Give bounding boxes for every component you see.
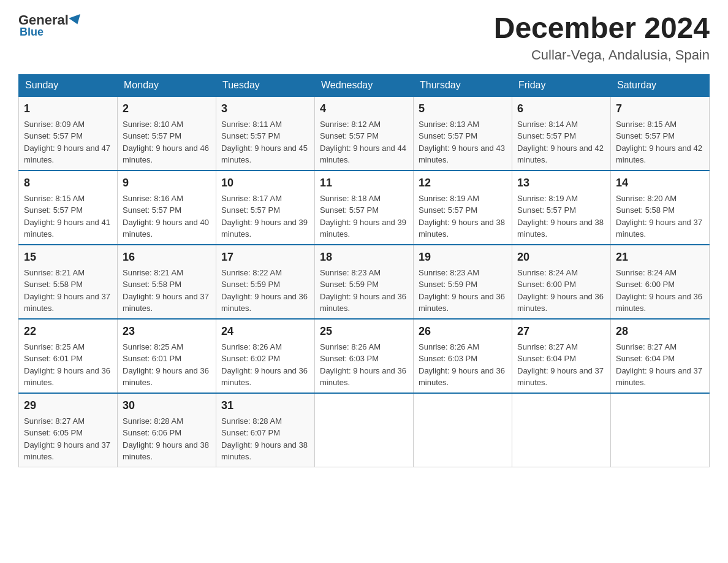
week-row-3: 15 Sunrise: 8:21 AMSunset: 5:58 PMDaylig…	[19, 245, 710, 319]
day-number: 1	[24, 101, 112, 117]
calendar-cell: 12 Sunrise: 8:19 AMSunset: 5:57 PMDaylig…	[414, 170, 512, 245]
day-info: Sunrise: 8:27 AMSunset: 6:04 PMDaylight:…	[517, 342, 604, 388]
week-row-5: 29 Sunrise: 8:27 AMSunset: 6:05 PMDaylig…	[19, 393, 710, 467]
day-number: 5	[419, 101, 507, 117]
calendar-cell: 22 Sunrise: 8:25 AMSunset: 6:01 PMDaylig…	[19, 319, 118, 393]
day-number: 26	[419, 323, 507, 340]
day-number: 8	[24, 175, 112, 191]
day-number: 21	[616, 249, 704, 266]
day-number: 6	[517, 101, 605, 117]
day-info: Sunrise: 8:23 AMSunset: 5:59 PMDaylight:…	[419, 268, 505, 313]
day-info: Sunrise: 8:09 AMSunset: 5:57 PMDaylight:…	[24, 120, 110, 165]
day-info: Sunrise: 8:28 AMSunset: 6:06 PMDaylight:…	[123, 416, 209, 462]
month-title: December 2024	[494, 12, 710, 45]
calendar-cell: 7 Sunrise: 8:15 AMSunset: 5:57 PMDayligh…	[611, 96, 710, 170]
calendar-cell: 24 Sunrise: 8:26 AMSunset: 6:02 PMDaylig…	[216, 319, 315, 393]
day-number: 2	[123, 101, 211, 117]
location-title: Cullar-Vega, Andalusia, Spain	[494, 47, 710, 63]
logo-triangle-icon	[69, 14, 83, 26]
day-info: Sunrise: 8:19 AMSunset: 5:57 PMDaylight:…	[419, 194, 505, 239]
day-number: 27	[517, 323, 605, 340]
day-info: Sunrise: 8:21 AMSunset: 5:58 PMDaylight:…	[24, 268, 110, 313]
col-friday: Friday	[512, 74, 611, 96]
calendar-cell	[414, 393, 512, 467]
logo: General Blue	[18, 12, 82, 39]
calendar-cell: 1 Sunrise: 8:09 AMSunset: 5:57 PMDayligh…	[19, 96, 118, 170]
calendar-cell	[315, 393, 414, 467]
calendar-cell: 6 Sunrise: 8:14 AMSunset: 5:57 PMDayligh…	[512, 96, 611, 170]
day-info: Sunrise: 8:24 AMSunset: 6:00 PMDaylight:…	[517, 268, 604, 313]
calendar-cell: 13 Sunrise: 8:19 AMSunset: 5:57 PMDaylig…	[512, 170, 611, 245]
calendar-cell: 2 Sunrise: 8:10 AMSunset: 5:57 PMDayligh…	[118, 96, 216, 170]
title-block: December 2024 Cullar-Vega, Andalusia, Sp…	[494, 12, 710, 63]
day-info: Sunrise: 8:25 AMSunset: 6:01 PMDaylight:…	[24, 342, 110, 388]
calendar-cell: 8 Sunrise: 8:15 AMSunset: 5:57 PMDayligh…	[19, 170, 118, 245]
day-number: 16	[123, 249, 211, 266]
day-number: 14	[616, 175, 704, 191]
day-number: 4	[320, 101, 408, 117]
day-info: Sunrise: 8:14 AMSunset: 5:57 PMDaylight:…	[517, 120, 604, 165]
day-number: 23	[123, 323, 211, 340]
calendar-cell: 5 Sunrise: 8:13 AMSunset: 5:57 PMDayligh…	[414, 96, 512, 170]
day-number: 20	[517, 249, 605, 266]
day-info: Sunrise: 8:26 AMSunset: 6:02 PMDaylight:…	[221, 342, 308, 388]
day-number: 12	[419, 175, 507, 191]
day-info: Sunrise: 8:13 AMSunset: 5:57 PMDaylight:…	[419, 120, 505, 165]
calendar-cell: 11 Sunrise: 8:18 AMSunset: 5:57 PMDaylig…	[315, 170, 414, 245]
calendar-cell: 25 Sunrise: 8:26 AMSunset: 6:03 PMDaylig…	[315, 319, 414, 393]
day-number: 22	[24, 323, 112, 340]
day-info: Sunrise: 8:26 AMSunset: 6:03 PMDaylight:…	[320, 342, 406, 388]
day-number: 17	[221, 249, 309, 266]
day-number: 13	[517, 175, 605, 191]
week-row-4: 22 Sunrise: 8:25 AMSunset: 6:01 PMDaylig…	[19, 319, 710, 393]
day-number: 11	[320, 175, 408, 191]
day-number: 28	[616, 323, 704, 340]
day-info: Sunrise: 8:23 AMSunset: 5:59 PMDaylight:…	[320, 268, 406, 313]
week-row-1: 1 Sunrise: 8:09 AMSunset: 5:57 PMDayligh…	[19, 96, 710, 170]
logo-blue-text: Blue	[20, 26, 44, 39]
day-number: 3	[221, 101, 309, 117]
col-tuesday: Tuesday	[216, 74, 315, 96]
calendar-cell: 19 Sunrise: 8:23 AMSunset: 5:59 PMDaylig…	[414, 245, 512, 319]
day-info: Sunrise: 8:15 AMSunset: 5:57 PMDaylight:…	[24, 194, 110, 239]
calendar-cell: 17 Sunrise: 8:22 AMSunset: 5:59 PMDaylig…	[216, 245, 315, 319]
day-info: Sunrise: 8:12 AMSunset: 5:57 PMDaylight:…	[320, 120, 406, 165]
calendar-cell: 27 Sunrise: 8:27 AMSunset: 6:04 PMDaylig…	[512, 319, 611, 393]
calendar-cell: 9 Sunrise: 8:16 AMSunset: 5:57 PMDayligh…	[118, 170, 216, 245]
day-number: 31	[221, 397, 309, 414]
day-info: Sunrise: 8:22 AMSunset: 5:59 PMDaylight:…	[221, 268, 308, 313]
calendar-cell: 26 Sunrise: 8:26 AMSunset: 6:03 PMDaylig…	[414, 319, 512, 393]
day-number: 25	[320, 323, 408, 340]
calendar-cell: 21 Sunrise: 8:24 AMSunset: 6:00 PMDaylig…	[611, 245, 710, 319]
calendar-cell: 18 Sunrise: 8:23 AMSunset: 5:59 PMDaylig…	[315, 245, 414, 319]
day-info: Sunrise: 8:20 AMSunset: 5:58 PMDaylight:…	[616, 194, 702, 239]
calendar-cell: 20 Sunrise: 8:24 AMSunset: 6:00 PMDaylig…	[512, 245, 611, 319]
day-info: Sunrise: 8:16 AMSunset: 5:57 PMDaylight:…	[123, 194, 209, 239]
col-thursday: Thursday	[414, 74, 512, 96]
day-info: Sunrise: 8:24 AMSunset: 6:00 PMDaylight:…	[616, 268, 702, 313]
calendar-cell: 30 Sunrise: 8:28 AMSunset: 6:06 PMDaylig…	[118, 393, 216, 467]
day-number: 19	[419, 249, 507, 266]
day-number: 7	[616, 101, 704, 117]
day-info: Sunrise: 8:18 AMSunset: 5:57 PMDaylight:…	[320, 194, 406, 239]
calendar-header-row: Sunday Monday Tuesday Wednesday Thursday…	[19, 74, 710, 96]
calendar-cell: 28 Sunrise: 8:27 AMSunset: 6:04 PMDaylig…	[611, 319, 710, 393]
day-info: Sunrise: 8:21 AMSunset: 5:58 PMDaylight:…	[123, 268, 209, 313]
day-info: Sunrise: 8:10 AMSunset: 5:57 PMDaylight:…	[123, 120, 209, 165]
week-row-2: 8 Sunrise: 8:15 AMSunset: 5:57 PMDayligh…	[19, 170, 710, 245]
calendar-cell	[611, 393, 710, 467]
col-saturday: Saturday	[611, 74, 710, 96]
day-info: Sunrise: 8:11 AMSunset: 5:57 PMDaylight:…	[221, 120, 308, 165]
day-number: 24	[221, 323, 309, 340]
calendar-cell: 14 Sunrise: 8:20 AMSunset: 5:58 PMDaylig…	[611, 170, 710, 245]
day-info: Sunrise: 8:27 AMSunset: 6:04 PMDaylight:…	[616, 342, 702, 388]
col-wednesday: Wednesday	[315, 74, 414, 96]
col-monday: Monday	[118, 74, 216, 96]
calendar-cell: 29 Sunrise: 8:27 AMSunset: 6:05 PMDaylig…	[19, 393, 118, 467]
calendar-cell	[512, 393, 611, 467]
calendar-cell: 31 Sunrise: 8:28 AMSunset: 6:07 PMDaylig…	[216, 393, 315, 467]
day-number: 9	[123, 175, 211, 191]
day-info: Sunrise: 8:27 AMSunset: 6:05 PMDaylight:…	[24, 416, 110, 462]
day-info: Sunrise: 8:15 AMSunset: 5:57 PMDaylight:…	[616, 120, 702, 165]
page-header: General Blue December 2024 Cullar-Vega, …	[18, 12, 710, 63]
